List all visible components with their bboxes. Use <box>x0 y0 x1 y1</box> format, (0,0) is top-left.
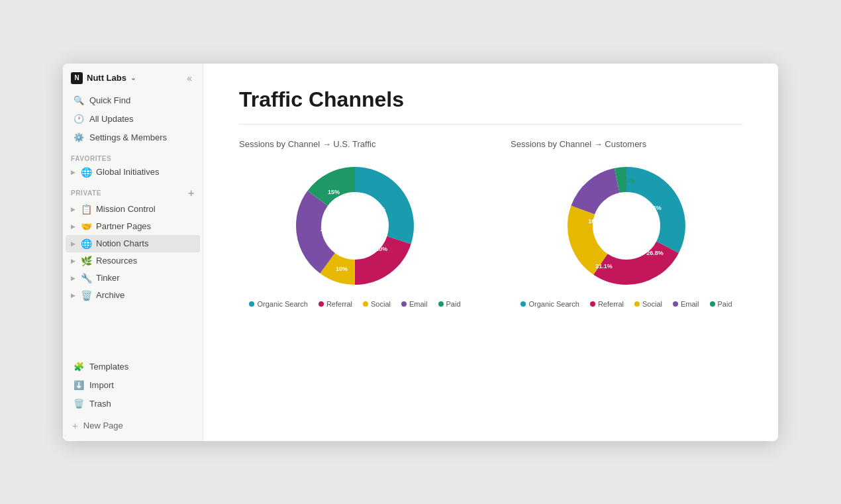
legend-dot-referral <box>319 301 324 307</box>
right-donut-chart: 32.6% 26.8% 21.1% 16.1% 3.4% <box>560 160 693 292</box>
sidebar-item-mission-control[interactable]: ▶ 📋 Mission Control <box>66 201 200 218</box>
sidebar-header: N Nutt Labs ⌄ « <box>63 64 203 90</box>
tinker-label: Tinker <box>96 273 120 283</box>
svg-text:16.1%: 16.1% <box>588 218 605 225</box>
sidebar-nav: 🔍 Quick Find 🕐 All Updates ⚙️ Settings &… <box>63 90 203 148</box>
quick-find-label: Quick Find <box>89 95 130 105</box>
notion-charts-label: Notion Charts <box>96 238 148 248</box>
left-chart-legend: Organic Search Referral Social Emai <box>249 300 460 308</box>
partner-pages-label: Partner Pages <box>96 221 151 231</box>
legend-dot-r-email <box>673 301 678 307</box>
global-initiatives-label: Global Initiatives <box>96 167 159 177</box>
svg-text:25%: 25% <box>321 226 332 232</box>
templates-icon: 🧩 <box>74 362 84 372</box>
legend-item-email: Email <box>401 300 428 308</box>
archive-icon: 🗑️ <box>81 290 92 301</box>
chevron-right-icon: ▶ <box>71 275 75 281</box>
legend-label-r-organic-search: Organic Search <box>528 300 579 308</box>
clock-icon: 🕐 <box>74 114 84 124</box>
legend-item-referral: Referral <box>319 300 352 308</box>
sidebar-item-settings[interactable]: ⚙️ Settings & Members <box>66 128 200 147</box>
sidebar-item-all-updates[interactable]: 🕐 All Updates <box>66 110 200 128</box>
import-icon: ⬇️ <box>74 380 84 390</box>
legend-item-social: Social <box>363 300 391 308</box>
sidebar-item-resources[interactable]: ▶ 🌿 Resources <box>66 252 200 270</box>
chevron-right-icon: ▶ <box>71 206 75 213</box>
legend-dot-r-organic-search <box>520 301 526 307</box>
title-divider <box>239 124 742 125</box>
sidebar-item-import[interactable]: ⬇️ Import <box>66 376 200 395</box>
collapse-sidebar-button[interactable]: « <box>184 72 195 85</box>
sidebar-item-partner-pages[interactable]: ▶ 🤝 Partner Pages <box>66 218 200 235</box>
left-chart-subtitle: Sessions by Channel → U.S. Traffic <box>239 139 375 149</box>
legend-dot-organic-search <box>249 301 254 307</box>
chevron-right-icon: ▶ <box>71 223 75 230</box>
legend-label-r-paid: Paid <box>718 300 732 308</box>
legend-dot-social <box>363 301 368 307</box>
svg-text:10%: 10% <box>336 266 348 272</box>
legend-item-r-paid: Paid <box>710 300 732 308</box>
sidebar-item-quick-find[interactable]: 🔍 Quick Find <box>66 91 200 110</box>
svg-text:21.1%: 21.1% <box>595 263 613 270</box>
sidebar-item-global-initiatives[interactable]: ▶ 🌐 Global Initiatives <box>66 164 200 181</box>
left-donut-chart: 30% 20% 10% 25% 15% <box>289 160 421 292</box>
sidebar-item-templates[interactable]: 🧩 Templates <box>66 358 200 376</box>
globe2-icon: 🌐 <box>81 238 92 249</box>
legend-dot-r-referral <box>590 301 595 307</box>
legend-label-paid: Paid <box>446 300 461 308</box>
svg-text:26.8%: 26.8% <box>646 250 664 256</box>
new-page-label: New Page <box>83 421 123 430</box>
sidebar: N Nutt Labs ⌄ « 🔍 Quick Find 🕐 All Updat… <box>63 64 203 441</box>
svg-text:15%: 15% <box>328 189 340 195</box>
search-icon: 🔍 <box>74 95 84 105</box>
templates-label: Templates <box>89 362 128 372</box>
workspace-name[interactable]: N Nutt Labs ⌄ <box>71 72 136 84</box>
left-chart-block: Sessions by Channel → U.S. Traffic <box>239 139 471 308</box>
leaf-icon: 🌿 <box>81 256 92 266</box>
legend-label-social: Social <box>371 300 391 308</box>
sidebar-item-notion-charts[interactable]: ▶ 🌐 Notion Charts <box>66 235 200 252</box>
add-private-page-button[interactable]: + <box>188 187 195 199</box>
chevron-right-icon: ▶ <box>71 292 75 299</box>
svg-text:20%: 20% <box>375 246 387 252</box>
svg-point-16 <box>593 193 660 259</box>
right-chart-subtitle: Sessions by Channel → Customers <box>511 139 646 149</box>
sidebar-item-tinker[interactable]: ▶ 🔧 Tinker <box>66 270 200 287</box>
legend-item-organic-search: Organic Search <box>249 300 307 308</box>
svg-text:30%: 30% <box>373 206 385 213</box>
chevron-right-icon: ▶ <box>71 258 75 264</box>
legend-dot-r-paid <box>710 301 715 307</box>
handshake-icon: 🤝 <box>81 221 92 232</box>
plus-icon: + <box>72 420 78 431</box>
private-section-label: PRIVATE + <box>63 181 203 201</box>
right-donut-wrap: 32.6% 26.8% 21.1% 16.1% 3.4% Organic Sea… <box>511 160 742 308</box>
trash-icon: 🗑️ <box>74 399 84 409</box>
import-label: Import <box>89 380 114 390</box>
legend-label-organic-search: Organic Search <box>257 300 307 308</box>
globe-icon: 🌐 <box>81 167 92 177</box>
legend-dot-paid <box>438 301 444 307</box>
chevron-right-icon: ▶ <box>71 240 75 247</box>
legend-label-email: Email <box>409 300 428 308</box>
chevron-right-icon: ▶ <box>71 169 75 176</box>
workspace-label: Nutt Labs <box>87 73 126 83</box>
left-donut-wrap: 30% 20% 10% 25% 15% Organic Search <box>239 160 471 308</box>
right-chart-legend: Organic Search Referral Social Emai <box>520 300 732 308</box>
favorites-section-label: FAVORITES <box>63 148 203 164</box>
mission-control-label: Mission Control <box>96 204 156 214</box>
legend-label-r-email: Email <box>681 300 699 308</box>
sidebar-item-trash[interactable]: 🗑️ Trash <box>66 395 200 413</box>
svg-text:3.4%: 3.4% <box>622 177 636 184</box>
legend-item-r-organic-search: Organic Search <box>520 300 579 308</box>
all-updates-label: All Updates <box>89 114 133 124</box>
sidebar-item-archive[interactable]: ▶ 🗑️ Archive <box>66 287 200 304</box>
workspace-icon: N <box>71 72 83 84</box>
resources-label: Resources <box>96 256 137 266</box>
archive-label: Archive <box>96 290 124 300</box>
right-chart-block: Sessions by Channel → Customers <box>511 139 742 308</box>
sidebar-bottom: 🧩 Templates ⬇️ Import 🗑️ Trash + New Pag… <box>63 358 203 441</box>
main-content: Traffic Channels Sessions by Channel → U… <box>203 64 778 441</box>
gear-icon: ⚙️ <box>74 132 84 142</box>
new-page-button[interactable]: + New Page <box>63 413 203 438</box>
legend-item-paid: Paid <box>438 300 461 308</box>
